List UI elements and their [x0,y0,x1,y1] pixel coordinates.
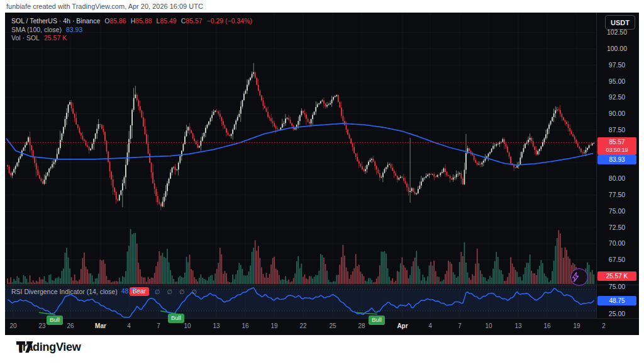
rsi-tick-label: 75.00 [597,283,636,291]
time-axis-label: 13 [213,322,219,329]
price-tick-label: 77.50 [597,191,636,199]
footer-bar: TradingView [0,335,644,364]
axis-separator [5,318,639,319]
time-axis-label: 13 [514,322,521,329]
bull-divergence-badge: Bull [168,314,184,323]
rsi-legend-value: 48.75 [121,287,138,295]
volume-value-badge: 25.57 K [597,271,636,281]
sma-legend-value: 83.93 [66,26,82,33]
time-axis-label: 26 [67,322,74,329]
rsi-empty-plots: ∅ ∅ ∅ ∅ [155,288,199,295]
volume-legend-value: 25.57 K [44,34,67,42]
tradingview-logo[interactable]: TradingView [16,341,80,354]
time-axis-label: 19 [573,322,580,329]
symbol-title: SOL / TetherUS · 4h · Binance [11,17,100,25]
time-axis-label: 16 [543,322,550,329]
time-axis-label: Mar [95,322,106,329]
change-value: −0.29 (−0.34%) [207,17,252,25]
symbol-legend: SOL / TetherUS · 4h · BinanceO85.86H85.8… [11,17,252,43]
time-axis-label: 4 [428,322,432,329]
instant-trading-button[interactable] [570,268,588,286]
sma-value-badge: 83.93 [597,155,636,164]
price-tick-label: 97.50 [597,61,636,69]
currency-toggle-button[interactable]: USDT [605,15,635,30]
tradingview-mark-icon [16,341,33,353]
open-value: 85.86 [109,17,126,25]
rsi-legend-label: RSI Divergence Indicator (14, close) [11,288,118,295]
volume-legend-label: Vol · SOL [11,34,40,42]
time-axis-label: 19 [270,322,277,329]
last-price-badge: 85.5703:50:19 [597,137,636,155]
time-axis-label: 10 [184,322,191,329]
time-axis-label: 7 [157,322,160,329]
rsi-tick-label: 25.00 [597,310,636,318]
close-value: 85.57 [186,17,202,25]
time-axis-label: 7 [458,322,462,329]
time-axis-label: 28 [358,322,365,329]
time-axis-label: 23 [38,322,45,329]
lightning-icon [571,272,580,282]
price-tick-label: 90.00 [597,110,636,118]
sma-legend-label: SMA (100, close) [11,26,62,33]
time-axis[interactable]: 202326Mar4710131619222528Apr47101316192 [5,318,639,335]
pane-separator[interactable] [5,285,639,285]
price-tick-label: 87.50 [597,126,636,134]
time-axis-label: 25 [329,322,336,329]
price-tick-label: 70.00 [597,239,636,247]
rsi-value-badge: 48.75 [597,296,636,305]
low-value: 85.49 [160,17,176,25]
price-tick-label: 100.00 [597,45,636,53]
time-axis-label: 4 [127,322,131,329]
bull-divergence-badge: Bull [47,316,63,325]
time-axis-label: 16 [242,322,248,329]
rsi-legend: RSI Divergence Indicator (14, close) Bea… [11,287,199,296]
time-axis-label: 2 [602,322,606,329]
price-tick-label: 67.50 [597,256,636,264]
price-axis[interactable]: USDT 85.5703:50:19 83.93 25.57 K 48.75 1… [596,13,639,318]
time-axis-label: 22 [299,322,306,329]
price-tick-label: 95.00 [597,77,636,86]
price-tick-label: 80.00 [597,174,636,183]
price-tick-label: 72.50 [597,224,636,232]
bull-divergence-badge: Bull [369,316,385,325]
chart-container: SOL / TetherUS · 4h · BinanceO85.86H85.8… [5,13,639,335]
watermark-text: funbiafe created with TradingView.com, A… [6,3,203,10]
price-tick-label: 75.00 [597,207,636,215]
time-axis-label: 10 [485,322,492,329]
rsi-value-wrap: Bear48.75 [121,287,149,296]
price-pane-canvas[interactable] [5,13,596,285]
price-tick-label: 102.50 [597,28,636,37]
time-axis-label: 20 [9,322,16,329]
high-value: 85.88 [135,17,152,25]
time-axis-label: Apr [397,322,408,329]
price-tick-label: 92.50 [597,93,636,101]
countdown-timer: 03:50:19 [597,146,636,154]
